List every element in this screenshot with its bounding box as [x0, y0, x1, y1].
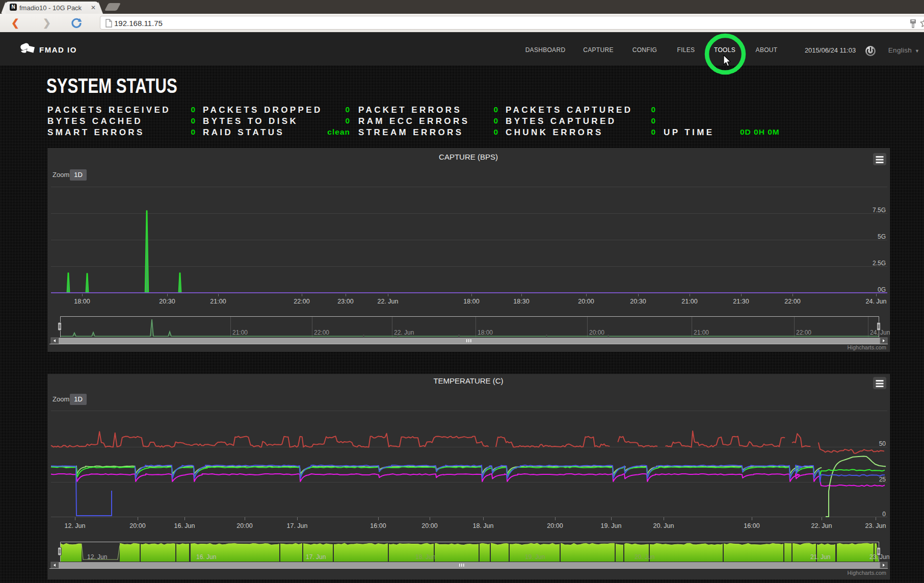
svg-text:18. Jun: 18. Jun	[415, 553, 435, 561]
svg-text:Zoom: Zoom	[52, 395, 69, 403]
svg-text:Highcharts.com: Highcharts.com	[848, 344, 886, 350]
svg-text:20:30: 20:30	[630, 298, 646, 305]
svg-text:20:00: 20:00	[589, 329, 604, 336]
svg-text:21:00: 21:00	[232, 329, 248, 336]
svg-text:25: 25	[879, 476, 886, 483]
svg-text:0: 0	[882, 511, 886, 518]
svg-text:21:00: 21:00	[210, 298, 226, 305]
svg-text:16. Jun: 16. Jun	[174, 522, 195, 529]
svg-text:18:30: 18:30	[513, 298, 529, 305]
svg-text:21:00: 21:00	[694, 329, 709, 336]
svg-text:22. Jun: 22. Jun	[394, 329, 414, 336]
svg-text:21:30: 21:30	[733, 298, 749, 305]
svg-text:20. Jun: 20. Jun	[635, 553, 654, 561]
svg-text:22:00: 22:00	[294, 298, 309, 305]
svg-text:7.5G: 7.5G	[873, 207, 886, 214]
svg-text:21. Jun: 21. Jun	[810, 553, 830, 561]
svg-text:0G: 0G	[878, 286, 886, 293]
svg-text:21:00: 21:00	[681, 298, 697, 305]
svg-text:18:00: 18:00	[463, 298, 479, 305]
svg-text:Highcharts.com: Highcharts.com	[848, 570, 886, 576]
svg-text:18:00: 18:00	[478, 329, 493, 336]
svg-text:5G: 5G	[878, 233, 886, 240]
svg-text:22. Jun: 22. Jun	[377, 298, 398, 305]
svg-text:22:00: 22:00	[784, 298, 800, 305]
svg-text:1D: 1D	[74, 171, 83, 179]
svg-text:18. Jun: 18. Jun	[472, 522, 493, 529]
svg-text:22:00: 22:00	[314, 329, 329, 336]
svg-text:20:00: 20:00	[236, 522, 252, 529]
svg-text:2.5G: 2.5G	[873, 260, 886, 267]
svg-text:16:00: 16:00	[744, 522, 759, 529]
svg-text:20:00: 20:00	[578, 298, 594, 305]
svg-text:TEMPERATURE (C): TEMPERATURE (C)	[433, 376, 503, 385]
svg-text:20:00: 20:00	[129, 522, 145, 529]
svg-text:17. Jun: 17. Jun	[306, 553, 326, 561]
svg-text:1D: 1D	[74, 395, 83, 403]
svg-text:20:00: 20:00	[547, 522, 563, 529]
svg-text:19. Jun: 19. Jun	[600, 522, 621, 529]
svg-text:CAPTURE (BPS): CAPTURE (BPS)	[439, 153, 498, 161]
svg-text:24. Jun: 24. Jun	[865, 298, 886, 305]
svg-text:18:00: 18:00	[74, 298, 90, 305]
svg-text:22:00: 22:00	[796, 329, 811, 336]
svg-text:22. Jun: 22. Jun	[811, 522, 832, 529]
svg-text:16. Jun: 16. Jun	[196, 553, 216, 561]
svg-text:17. Jun: 17. Jun	[286, 522, 307, 529]
svg-text:23:00: 23:00	[337, 298, 353, 305]
svg-text:50: 50	[879, 440, 886, 447]
svg-text:19. Jun: 19. Jun	[525, 553, 545, 561]
svg-text:20. Jun: 20. Jun	[653, 522, 674, 529]
svg-text:12. Jun: 12. Jun	[87, 553, 107, 561]
svg-text:12. Jun: 12. Jun	[64, 522, 85, 529]
svg-text:23. Jun: 23. Jun	[865, 522, 886, 529]
svg-text:16:00: 16:00	[370, 522, 386, 529]
svg-text:20:30: 20:30	[159, 298, 175, 305]
svg-text:20:00: 20:00	[421, 522, 437, 529]
svg-text:Zoom: Zoom	[52, 171, 69, 179]
